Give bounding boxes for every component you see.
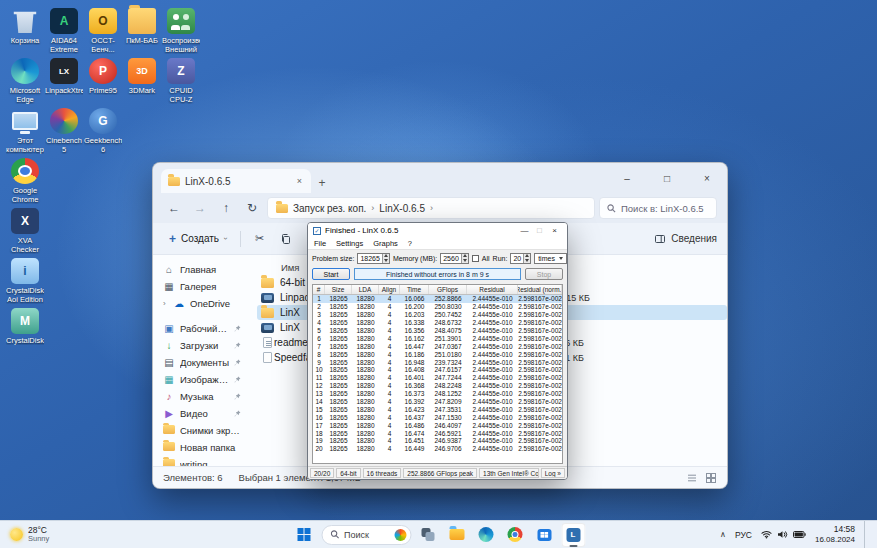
linx-column-header[interactable]: LDA	[352, 285, 379, 294]
run-unit-select[interactable]: times	[534, 253, 567, 264]
details-button[interactable]: Сведения	[654, 233, 717, 245]
linx-result-row[interactable]: 101826518280416.408247.61572.44455e-0102…	[313, 366, 562, 374]
desktop-icon-cinebench[interactable]: Cinebench 5	[45, 108, 83, 154]
sidebar-item-desktop[interactable]: ▣Рабочий стол	[160, 320, 244, 337]
desktop-icon-cdm[interactable]: MCrystalDiskMark	[6, 308, 44, 345]
breadcrumb-item[interactable]: LinX-0.6.5	[379, 203, 425, 214]
maximize-button[interactable]: □	[532, 226, 547, 235]
clock[interactable]: 14:58 16.08.2024	[815, 525, 855, 544]
sidebar-item-pictures[interactable]: ▦Изображения	[160, 371, 244, 388]
memory-input[interactable]: 2560	[440, 253, 469, 264]
linx-result-row[interactable]: 81826518280416.186251.01802.44455e-0102.…	[313, 350, 562, 358]
linx-result-row[interactable]: 11826518280416.066252.88662.44455e-0102.…	[313, 295, 562, 303]
linx-result-row[interactable]: 131826518280416.373248.12522.44455e-0102…	[313, 390, 562, 398]
chrome-button[interactable]	[503, 523, 527, 547]
tray-status-icons[interactable]	[761, 530, 806, 539]
sidebar-item-screenshots[interactable]: Снимки экрана	[160, 422, 244, 439]
log-button[interactable]: Log »	[541, 468, 565, 478]
weather-widget[interactable]: 28°C Sunny	[0, 521, 59, 548]
breadcrumb-item[interactable]: Запуск рез. коп.	[293, 203, 366, 214]
desktop-icon-occt[interactable]: OOCCT-Бенч...	[84, 8, 122, 54]
forward-button[interactable]: →	[189, 197, 211, 219]
sidebar-item-videos[interactable]: ▶Видео	[160, 405, 244, 422]
linx-result-row[interactable]: 121826518280416.368248.22482.44455e-0102…	[313, 382, 562, 390]
desktop-icon-computer[interactable]: Этот компьютер	[6, 108, 44, 154]
language-indicator[interactable]: РУС	[735, 530, 752, 540]
edge-button[interactable]	[474, 523, 498, 547]
problem-size-input[interactable]: 18265	[357, 253, 389, 264]
new-button[interactable]: + Создать ›	[163, 232, 233, 246]
close-button[interactable]: ×	[547, 226, 562, 235]
menu-graphs[interactable]: Graphs	[373, 239, 398, 248]
linx-result-row[interactable]: 51826518280416.356248.40752.44455e-0102.…	[313, 327, 562, 335]
desktop-icon-geekbench[interactable]: GGeekbench 6	[84, 108, 122, 154]
linx-column-header[interactable]: Residual	[467, 285, 518, 294]
linx-column-header[interactable]: Residual (norm.)	[518, 285, 562, 294]
refresh-button[interactable]: ↻	[241, 197, 263, 219]
menu-help[interactable]: ?	[408, 239, 412, 248]
linx-result-row[interactable]: 111826518280416.401247.72442.44455e-0102…	[313, 374, 562, 382]
details-view-icon[interactable]	[686, 472, 698, 484]
start-button[interactable]	[292, 523, 316, 547]
linx-result-row[interactable]: 171826518280416.486246.40972.44455e-0102…	[313, 421, 562, 429]
spinner-arrows[interactable]	[523, 254, 530, 263]
linx-column-header[interactable]: GFlops	[429, 285, 467, 294]
linx-column-header[interactable]: Align	[379, 285, 400, 294]
desktop-icon-3dmark[interactable]: 3D3DMark	[123, 58, 161, 95]
linx-column-header[interactable]: Time	[400, 285, 429, 294]
close-button[interactable]: ×	[687, 163, 727, 193]
linx-result-row[interactable]: 21826518280416.200250.80302.44455e-0102.…	[313, 303, 562, 311]
tab-close-icon[interactable]: ×	[295, 176, 304, 186]
new-tab-button[interactable]: +	[311, 176, 333, 193]
sidebar-item-home[interactable]: ⌂Главная	[160, 261, 244, 278]
explorer-tab[interactable]: LinX-0.6.5 ×	[161, 169, 311, 193]
task-view-button[interactable]	[416, 523, 440, 547]
minimize-button[interactable]: —	[517, 226, 532, 235]
linx-column-header[interactable]: #	[313, 285, 325, 294]
sidebar-item-downloads[interactable]: ↓Загрузки	[160, 337, 244, 354]
maximize-button[interactable]: □	[647, 163, 687, 193]
linx-result-row[interactable]: 161826518280416.437247.15302.44455e-0102…	[313, 413, 562, 421]
linx-result-row[interactable]: 91826518280416.948239.73242.44455e-0102.…	[313, 358, 562, 366]
linx-result-row[interactable]: 181826518280416.474246.59212.44455e-0102…	[313, 429, 562, 437]
minimize-button[interactable]: –	[607, 163, 647, 193]
up-button[interactable]: ↑	[215, 197, 237, 219]
linx-result-row[interactable]: 71826518280416.447247.03672.44455e-0102.…	[313, 342, 562, 350]
spinner-arrows[interactable]	[382, 254, 389, 263]
desktop-icon-aida64[interactable]: AAIDA64 Extreme	[45, 8, 83, 54]
run-count-input[interactable]: 20	[510, 253, 531, 264]
desktop-icon-recycle[interactable]: Корзина	[6, 8, 44, 45]
linx-taskbar-button[interactable]: L	[561, 523, 585, 547]
desktop-icon-prime95[interactable]: PPrime95	[84, 58, 122, 95]
cut-button[interactable]: ✂	[248, 227, 272, 251]
sidebar-item-onedrive[interactable]: ›☁OneDrive	[160, 295, 244, 312]
linx-result-row[interactable]: 141826518280416.392247.82092.44455e-0102…	[313, 398, 562, 406]
address-bar[interactable]: Запуск рез. коп. › LinX-0.6.5 ›	[267, 197, 595, 219]
store-button[interactable]	[532, 523, 556, 547]
back-button[interactable]: ←	[163, 197, 185, 219]
linx-titlebar[interactable]: ✓ Finished - LinX 0.6.5 — □ ×	[308, 223, 567, 238]
desktop-icon-edge[interactable]: Microsoft Edge	[6, 58, 44, 104]
linx-result-row[interactable]: 151826518280416.423247.35312.44455e-0102…	[313, 405, 562, 413]
copy-button[interactable]	[274, 227, 298, 251]
desktop-icon-folder[interactable]: ПкМ-БАБ	[123, 8, 161, 45]
linx-result-row[interactable]: 61826518280416.162251.39012.44455e-0102.…	[313, 334, 562, 342]
menu-settings[interactable]: Settings	[336, 239, 363, 248]
sidebar-item-newfolder[interactable]: Новая папка	[160, 439, 244, 456]
taskbar-search[interactable]: Поиск	[321, 525, 411, 545]
desktop-icon-xva[interactable]: XXVA Checker	[6, 208, 44, 254]
desktop-icon-people[interactable]: Воспроизведен Внешний	[162, 8, 200, 54]
linx-result-row[interactable]: 41826518280416.338248.67322.44455e-0102.…	[313, 319, 562, 327]
sidebar-item-gallery[interactable]: ▦Галерея	[160, 278, 244, 295]
linx-result-row[interactable]: 191826518280416.451246.93872.44455e-0102…	[313, 437, 562, 445]
linx-result-row[interactable]: 201826518280416.449246.97062.44455e-0102…	[313, 445, 562, 453]
show-desktop-button[interactable]	[864, 521, 867, 548]
menu-file[interactable]: File	[314, 239, 326, 248]
all-checkbox[interactable]	[472, 255, 479, 262]
tray-expand-button[interactable]: ∧	[720, 530, 726, 539]
desktop-icon-cdi[interactable]: iCrystalDiskInfo Aoi Edition	[6, 258, 44, 304]
desktop-icon-cpuz[interactable]: ZCPUID CPU-Z	[162, 58, 200, 104]
file-explorer-button[interactable]	[445, 523, 469, 547]
sidebar-item-writing[interactable]: writing	[160, 456, 244, 466]
start-button[interactable]: Start	[312, 268, 350, 280]
